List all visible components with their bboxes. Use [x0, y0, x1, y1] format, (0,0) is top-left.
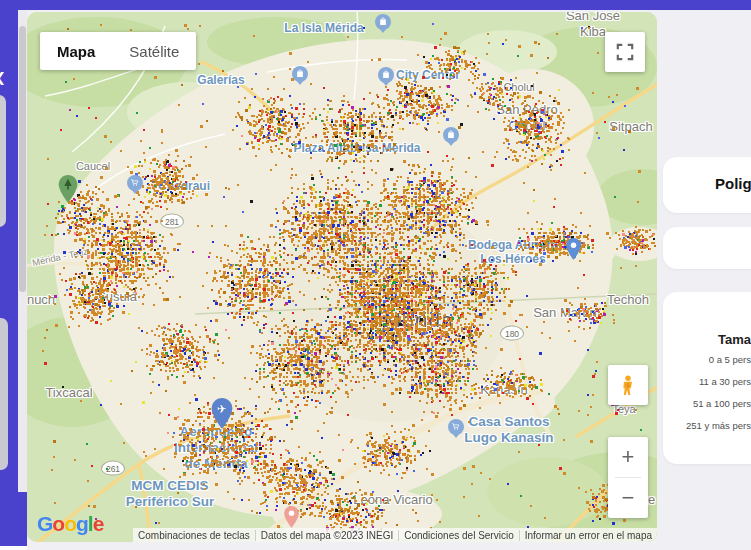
- street-view-pegman-button[interactable]: [608, 365, 648, 405]
- google-logo-letter: o: [52, 512, 64, 535]
- galerias-marker[interactable]: [292, 66, 308, 82]
- panel-card-title: Polig: [715, 175, 751, 192]
- casa-santos-marker[interactable]: [448, 419, 464, 435]
- map-type-control: Mapa Satélite: [40, 32, 196, 70]
- city-center-marker[interactable]: [378, 67, 394, 83]
- legend-item: 11 a 30 pers: [699, 376, 751, 387]
- scrollbar-thumb[interactable]: [19, 26, 26, 292]
- zoom-out-button[interactable]: −: [608, 478, 648, 518]
- fullscreen-button[interactable]: [605, 32, 645, 72]
- fullscreen-icon: [616, 43, 634, 61]
- zoom-control: + −: [608, 437, 648, 518]
- app-window: ❮: [0, 0, 751, 550]
- aurrera-pin-marker[interactable]: [566, 238, 581, 264]
- map-type-satellite-button[interactable]: Satélite: [112, 32, 196, 70]
- la-isla-marker[interactable]: [375, 14, 391, 30]
- pegman-icon: [617, 374, 639, 396]
- svg-text:✈: ✈: [217, 402, 227, 415]
- google-logo-letter: G: [37, 512, 52, 535]
- map-type-map-button[interactable]: Mapa: [40, 32, 112, 70]
- google-logo-letter: g: [76, 512, 88, 535]
- zoom-in-button[interactable]: +: [608, 437, 648, 477]
- legend-item: 251 y más pers: [686, 420, 751, 431]
- chedraui-marker[interactable]: [127, 175, 143, 191]
- map-terrain: [27, 12, 657, 542]
- google-logo-letter: e: [93, 512, 104, 535]
- panel-card-poligonos[interactable]: Polig: [663, 157, 751, 213]
- map-viewport[interactable]: La Isla MéridaSan José KibaCity CenterGa…: [27, 12, 657, 542]
- map-data-text: Datos del mapa ©2023 INEGI: [255, 530, 398, 541]
- bottom-edge: [0, 546, 27, 550]
- legend-card: Tamaño 0 a 5 pers 11 a 30 pers 51 a 100 …: [663, 292, 751, 464]
- altabrisa-marker[interactable]: [443, 127, 459, 143]
- chevron-left-icon[interactable]: ❮: [0, 70, 6, 85]
- report-error-link[interactable]: Informar un error en el mapa: [519, 530, 657, 541]
- airport-marker[interactable]: ✈: [211, 398, 233, 433]
- keyboard-shortcuts-link[interactable]: Combinaciones de teclas: [133, 530, 255, 541]
- google-logo[interactable]: Google: [37, 512, 103, 536]
- sidebar-handle-top: [0, 95, 6, 227]
- google-logo-letter: o: [64, 512, 76, 535]
- park-marker[interactable]: [58, 175, 78, 207]
- legend-item: 51 a 100 pers: [693, 398, 751, 409]
- top-bar: [0, 0, 751, 10]
- terms-link[interactable]: Condiciones del Servicio: [398, 530, 519, 541]
- legend-item: 0 a 5 pers: [709, 354, 751, 365]
- legend-title: Tamaño: [718, 332, 751, 347]
- sidebar-handle-bottom: [0, 318, 8, 470]
- map-attribution-bar: Combinaciones de teclas Datos del mapa ©…: [133, 528, 657, 542]
- panel-card-secondary[interactable]: [663, 227, 751, 269]
